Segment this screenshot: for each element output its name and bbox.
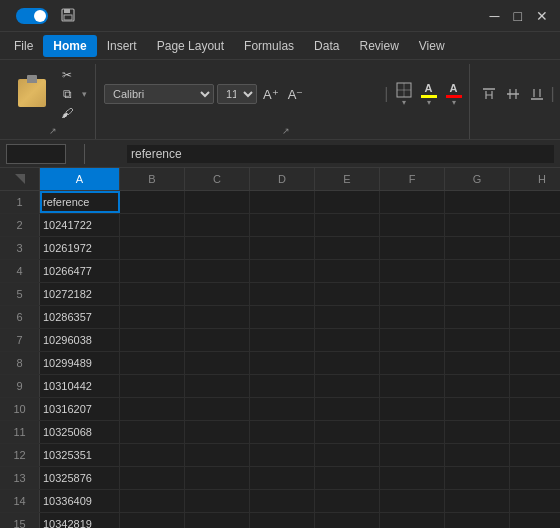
cell-3-A[interactable]: 10261972 <box>40 237 120 259</box>
cell-9-H[interactable] <box>510 375 560 397</box>
cell-12-E[interactable] <box>315 444 380 466</box>
column-header-g[interactable]: G <box>445 168 510 190</box>
cell-4-F[interactable] <box>380 260 445 282</box>
cell-12-D[interactable] <box>250 444 315 466</box>
cell-5-H[interactable] <box>510 283 560 305</box>
cell-6-F[interactable] <box>380 306 445 328</box>
cell-7-F[interactable] <box>380 329 445 351</box>
cell-9-A[interactable]: 10310442 <box>40 375 120 397</box>
column-header-c[interactable]: C <box>185 168 250 190</box>
cell-14-G[interactable] <box>445 490 510 512</box>
cell-1-D[interactable] <box>250 191 315 213</box>
save-button[interactable] <box>56 5 80 27</box>
cell-3-D[interactable] <box>250 237 315 259</box>
column-header-a[interactable]: A <box>40 168 120 190</box>
cell-11-B[interactable] <box>120 421 185 443</box>
cell-4-A[interactable]: 10266477 <box>40 260 120 282</box>
cell-14-C[interactable] <box>185 490 250 512</box>
cell-10-A[interactable]: 10316207 <box>40 398 120 420</box>
menu-data[interactable]: Data <box>304 35 349 57</box>
cell-8-B[interactable] <box>120 352 185 374</box>
cell-7-E[interactable] <box>315 329 380 351</box>
cell-4-H[interactable] <box>510 260 560 282</box>
cell-11-A[interactable]: 10325068 <box>40 421 120 443</box>
cell-13-B[interactable] <box>120 467 185 489</box>
cell-12-C[interactable] <box>185 444 250 466</box>
font-size-increase-button[interactable]: A⁺ <box>260 86 282 103</box>
menu-view[interactable]: View <box>409 35 455 57</box>
cell-12-G[interactable] <box>445 444 510 466</box>
menu-formulas[interactable]: Formulas <box>234 35 304 57</box>
cell-2-C[interactable] <box>185 214 250 236</box>
cell-5-E[interactable] <box>315 283 380 305</box>
menu-file[interactable]: File <box>4 35 43 57</box>
underline-button[interactable] <box>358 84 380 104</box>
cell-13-G[interactable] <box>445 467 510 489</box>
cell-11-E[interactable] <box>315 421 380 443</box>
column-header-f[interactable]: F <box>380 168 445 190</box>
cell-14-H[interactable] <box>510 490 560 512</box>
cell-9-G[interactable] <box>445 375 510 397</box>
cell-9-B[interactable] <box>120 375 185 397</box>
cell-15-A[interactable]: 10342819 <box>40 513 120 528</box>
column-header-d[interactable]: D <box>250 168 315 190</box>
cell-4-C[interactable] <box>185 260 250 282</box>
cell-10-B[interactable] <box>120 398 185 420</box>
cell-7-A[interactable]: 10296038 <box>40 329 120 351</box>
format-painter-button[interactable]: 🖌 <box>56 104 91 122</box>
cell-1-E[interactable] <box>315 191 380 213</box>
cell-13-H[interactable] <box>510 467 560 489</box>
cell-5-F[interactable] <box>380 283 445 305</box>
cell-15-C[interactable] <box>185 513 250 528</box>
maximize-button[interactable]: □ <box>510 7 526 25</box>
cell-3-C[interactable] <box>185 237 250 259</box>
font-size-decrease-button[interactable]: A⁻ <box>285 86 307 103</box>
cell-1-F[interactable] <box>380 191 445 213</box>
cell-10-D[interactable] <box>250 398 315 420</box>
more-commands-button[interactable] <box>120 14 128 18</box>
cell-11-F[interactable] <box>380 421 445 443</box>
cell-2-D[interactable] <box>250 214 315 236</box>
bold-button[interactable] <box>308 84 330 104</box>
cell-15-B[interactable] <box>120 513 185 528</box>
cell-8-C[interactable] <box>185 352 250 374</box>
cell-14-F[interactable] <box>380 490 445 512</box>
highlight-color-button[interactable]: A ▾ <box>418 81 440 108</box>
cell-4-E[interactable] <box>315 260 380 282</box>
cell-10-H[interactable] <box>510 398 560 420</box>
align-middle-button[interactable] <box>502 84 524 104</box>
redo-button[interactable] <box>104 14 112 18</box>
cell-7-G[interactable] <box>445 329 510 351</box>
cell-5-B[interactable] <box>120 283 185 305</box>
align-bottom-button[interactable] <box>526 84 548 104</box>
cell-8-G[interactable] <box>445 352 510 374</box>
cell-8-F[interactable] <box>380 352 445 374</box>
cell-3-H[interactable] <box>510 237 560 259</box>
cell-2-E[interactable] <box>315 214 380 236</box>
cell-reference-box[interactable] <box>6 144 66 164</box>
cell-3-G[interactable] <box>445 237 510 259</box>
cell-11-D[interactable] <box>250 421 315 443</box>
cell-11-G[interactable] <box>445 421 510 443</box>
cell-15-H[interactable] <box>510 513 560 528</box>
undo-button[interactable] <box>88 14 96 18</box>
cell-7-H[interactable] <box>510 329 560 351</box>
cell-1-G[interactable] <box>445 191 510 213</box>
cell-11-C[interactable] <box>185 421 250 443</box>
cell-3-B[interactable] <box>120 237 185 259</box>
cell-9-E[interactable] <box>315 375 380 397</box>
cell-7-D[interactable] <box>250 329 315 351</box>
cell-10-E[interactable] <box>315 398 380 420</box>
menu-review[interactable]: Review <box>349 35 408 57</box>
cell-8-A[interactable]: 10299489 <box>40 352 120 374</box>
cell-14-A[interactable]: 10336409 <box>40 490 120 512</box>
close-button[interactable]: ✕ <box>532 7 552 25</box>
menu-home[interactable]: Home <box>43 35 96 57</box>
menu-page-layout[interactable]: Page Layout <box>147 35 234 57</box>
cell-12-A[interactable]: 10325351 <box>40 444 120 466</box>
cell-2-B[interactable] <box>120 214 185 236</box>
minimize-button[interactable]: ─ <box>486 7 504 25</box>
cell-14-E[interactable] <box>315 490 380 512</box>
column-header-e[interactable]: E <box>315 168 380 190</box>
cell-12-B[interactable] <box>120 444 185 466</box>
